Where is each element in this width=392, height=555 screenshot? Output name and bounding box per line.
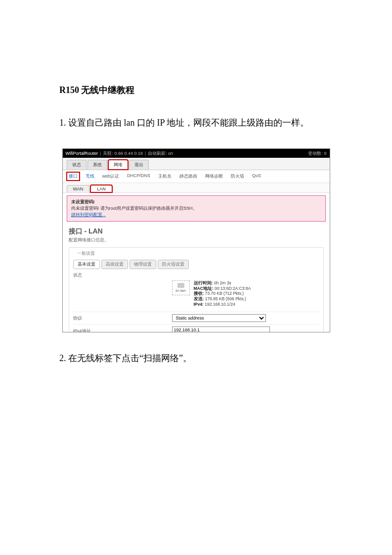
changes-counter: 变动数: 0	[308, 150, 326, 157]
fieldset-legend: 一般设置	[75, 250, 97, 257]
step-1-text: 1. 设置自己路由 lan 口的 IP 地址，网段不能跟上级路由的一样。	[59, 117, 333, 129]
doc-title: R150 无线中继教程	[59, 84, 333, 96]
innertab-firewall[interactable]: 防火墙设置	[158, 260, 189, 269]
ethernet-icon	[177, 283, 184, 288]
autorefresh-state[interactable]: on	[168, 151, 173, 156]
innertab-physical[interactable]: 物理设置	[130, 260, 156, 269]
router-admin-screenshot: WifiPortalRouter | 关联: 0.66 0.44 0.18 | …	[62, 148, 330, 332]
step-2-text: 2. 在无线标签下点击“扫描网络”。	[59, 352, 333, 364]
select-protocol[interactable]: Static address	[172, 314, 266, 322]
tab-system[interactable]: 系统	[87, 160, 107, 170]
row-protocol: 协议 Static address	[73, 312, 319, 324]
status-group-title: 状态	[73, 272, 319, 278]
interface-name: br-lan	[175, 288, 185, 293]
general-settings-fieldset: 一般设置 基本设置 高级设置 物理设置 防火墙设置 状态 br-lan 运行时间…	[69, 247, 324, 332]
sub-nav: 接口 无线 web认证 DHCP/DNS 主机名 静态路由 网络诊断 防火墙 Q…	[63, 170, 330, 183]
alert-link[interactable]: 跳转到密码配置...	[71, 212, 106, 217]
subnav-hostnames[interactable]: 主机名	[156, 172, 174, 181]
label-ipv4addr: IPv4地址	[73, 328, 172, 332]
subnav-staticroutes[interactable]: 静态路由	[177, 172, 199, 181]
main-tabs: 状态 系统 网络 退出	[63, 158, 330, 170]
subnav-interfaces[interactable]: 接口	[67, 172, 80, 181]
row-ipv4addr: IPv4地址	[73, 324, 319, 332]
innertab-basic[interactable]: 基本设置	[73, 260, 100, 269]
subnav-qos[interactable]: QoS	[250, 172, 263, 181]
tab-logout[interactable]: 退出	[129, 160, 149, 170]
subnav-diagnostics[interactable]: 网络诊断	[203, 172, 225, 181]
iface-tab-wan[interactable]: WAN	[67, 185, 90, 192]
subnav-dhcpdns[interactable]: DHCP/DNS	[125, 172, 152, 181]
iface-tabs: WAN LAN	[63, 183, 330, 193]
autorefresh-label: 自动刷新:	[148, 150, 167, 157]
version-label: 关联: 0.66 0.44 0.18	[103, 150, 143, 157]
panel-heading: 接口 - LAN	[69, 227, 324, 236]
interface-icon-box: br-lan	[172, 280, 190, 295]
subnav-firewall[interactable]: 防火墙	[229, 172, 246, 181]
alert-title: 未设置密码!	[71, 199, 321, 205]
iface-tab-lan[interactable]: LAN	[90, 185, 112, 192]
tab-status[interactable]: 状态	[67, 160, 87, 170]
input-ipv4addr[interactable]	[172, 326, 270, 332]
brand-label: WifiPortalRouter	[66, 151, 98, 156]
tab-network[interactable]: 网络	[108, 160, 128, 170]
no-password-alert: 未设置密码! 尚未设置密码! 请为root用户设置密码以保护路由器并开启SSH。…	[67, 195, 326, 222]
innertab-advanced[interactable]: 高级设置	[101, 260, 128, 269]
panel-desc: 配置网络接口信息。	[69, 237, 324, 243]
subnav-webauth[interactable]: web认证	[100, 172, 122, 181]
alert-body: 尚未设置密码! 请为root用户设置密码以保护路由器并开启SSH。	[71, 205, 321, 212]
top-bar: WifiPortalRouter | 关联: 0.66 0.44 0.18 | …	[63, 149, 330, 158]
config-inner-tabs: 基本设置 高级设置 物理设置 防火墙设置	[73, 260, 319, 269]
label-protocol: 协议	[73, 315, 172, 322]
interface-stats: 运行时间: 0h 2m 3s MAC地址: 00:13:6D:2A:C3:8A …	[194, 280, 251, 307]
subnav-wireless[interactable]: 无线	[84, 172, 96, 181]
